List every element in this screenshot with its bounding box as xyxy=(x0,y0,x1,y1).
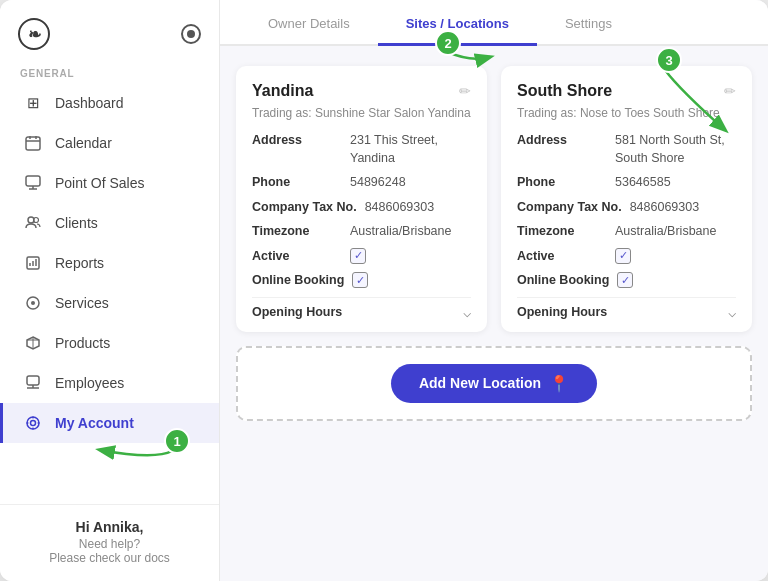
yandina-phone-label: Phone xyxy=(252,174,342,192)
yandina-active-check: ✓ xyxy=(354,250,363,261)
yandina-timezone-value: Australia/Brisbane xyxy=(350,223,451,241)
south-shore-active-label: Active xyxy=(517,248,607,266)
south-shore-opening-hours-label: Opening Hours xyxy=(517,305,607,319)
sidebar-item-label: Calendar xyxy=(55,135,112,151)
yandina-booking-row: Online Booking ✓ xyxy=(252,272,471,290)
products-icon xyxy=(23,333,43,353)
south-shore-phone-value: 53646585 xyxy=(615,174,671,192)
yandina-timezone-row: Timezone Australia/Brisbane xyxy=(252,223,471,241)
south-shore-timezone-value: Australia/Brisbane xyxy=(615,223,716,241)
sidebar-item-employees[interactable]: Employees xyxy=(0,363,219,403)
tab-owner-details[interactable]: Owner Details xyxy=(240,0,378,46)
sidebar-logo: ❧ xyxy=(18,18,50,50)
dashboard-icon: ⊞ xyxy=(23,93,43,113)
south-shore-tax-value: 8486069303 xyxy=(630,199,700,217)
sidebar-item-label: Clients xyxy=(55,215,98,231)
sidebar-item-calendar[interactable]: Calendar xyxy=(0,123,219,163)
location-card-south-shore: South Shore ✏ Trading as: Nose to Toes S… xyxy=(501,66,752,332)
south-shore-title: South Shore xyxy=(517,82,612,100)
yandina-booking-check: ✓ xyxy=(356,275,365,286)
sidebar-item-dashboard[interactable]: ⊞ Dashboard xyxy=(0,83,219,123)
sidebar-footer: Hi Annika, Need help? Please check our d… xyxy=(0,504,219,581)
yandina-phone-value: 54896248 xyxy=(350,174,406,192)
south-shore-active-row: Active ✓ xyxy=(517,248,736,266)
footer-greeting: Hi Annika, xyxy=(20,519,199,535)
my-account-icon xyxy=(23,413,43,433)
pos-icon xyxy=(23,173,43,193)
annotation-badge-1: 1 xyxy=(164,428,190,454)
sidebar-item-services[interactable]: Services xyxy=(0,283,219,323)
svg-point-26 xyxy=(38,422,40,424)
yandina-edit-icon[interactable]: ✏ xyxy=(459,83,471,99)
south-shore-address-value: 581 North South St, South Shore xyxy=(615,132,736,167)
svg-point-25 xyxy=(27,422,29,424)
south-shore-subtitle: Trading as: Nose to Toes South Shore xyxy=(517,106,736,120)
svg-rect-0 xyxy=(26,137,40,150)
svg-rect-4 xyxy=(26,176,40,186)
svg-point-22 xyxy=(31,421,36,426)
reports-icon xyxy=(23,253,43,273)
tabs-bar: Owner Details Sites / Locations Settings xyxy=(220,0,768,46)
services-icon xyxy=(23,293,43,313)
tab-settings[interactable]: Settings xyxy=(537,0,640,46)
add-location-label: Add New Location xyxy=(419,375,541,391)
yandina-card-header: Yandina ✏ xyxy=(252,82,471,100)
south-shore-opening-hours[interactable]: Opening Hours ⌵ xyxy=(517,297,736,320)
yandina-booking-checkbox[interactable]: ✓ xyxy=(352,272,368,288)
add-new-location-button[interactable]: Add New Location 📍 xyxy=(391,364,597,403)
annotation-badge-3: 3 xyxy=(656,47,682,73)
svg-point-21 xyxy=(27,417,39,429)
yandina-address-label: Address xyxy=(252,132,342,167)
south-shore-chevron-icon: ⌵ xyxy=(728,304,736,320)
svg-point-14 xyxy=(31,301,35,305)
sidebar-item-reports[interactable]: Reports xyxy=(0,243,219,283)
yandina-address-value: 231 This Street, Yandina xyxy=(350,132,471,167)
svg-rect-18 xyxy=(27,376,39,385)
sidebar-item-products[interactable]: Products xyxy=(0,323,219,363)
sidebar-item-point-of-sales[interactable]: Point Of Sales xyxy=(0,163,219,203)
south-shore-active-check: ✓ xyxy=(619,250,628,261)
pin-icon: 📍 xyxy=(549,374,569,393)
main-content: Owner Details Sites / Locations Settings… xyxy=(220,0,768,581)
employees-icon xyxy=(23,373,43,393)
south-shore-phone-label: Phone xyxy=(517,174,607,192)
cards-row: Yandina ✏ Trading as: Sunshine Star Salo… xyxy=(236,66,752,332)
sidebar-radio[interactable] xyxy=(181,24,201,44)
footer-help: Need help? xyxy=(20,537,199,551)
south-shore-booking-check: ✓ xyxy=(621,275,630,286)
annotation-badge-2: 2 xyxy=(435,30,461,56)
yandina-chevron-icon: ⌵ xyxy=(463,304,471,320)
yandina-active-label: Active xyxy=(252,248,342,266)
sidebar-item-label: Employees xyxy=(55,375,124,391)
svg-point-23 xyxy=(32,417,34,419)
yandina-phone-row: Phone 54896248 xyxy=(252,174,471,192)
yandina-subtitle: Trading as: Sunshine Star Salon Yandina xyxy=(252,106,471,120)
sidebar-item-clients[interactable]: Clients xyxy=(0,203,219,243)
sidebar: ❧ GENERAL ⊞ Dashboard xyxy=(0,0,220,581)
sidebar-item-label: Point Of Sales xyxy=(55,175,145,191)
sidebar-item-label: My Account xyxy=(55,415,134,431)
yandina-active-row: Active ✓ xyxy=(252,248,471,266)
south-shore-address-label: Address xyxy=(517,132,607,167)
sidebar-item-label: Services xyxy=(55,295,109,311)
svg-point-24 xyxy=(32,428,34,430)
yandina-tax-value: 8486069303 xyxy=(365,199,435,217)
south-shore-edit-icon[interactable]: ✏ xyxy=(724,83,736,99)
yandina-booking-label: Online Booking xyxy=(252,272,344,290)
south-shore-booking-checkbox[interactable]: ✓ xyxy=(617,272,633,288)
sidebar-radio-inner xyxy=(187,30,195,38)
south-shore-timezone-label: Timezone xyxy=(517,223,607,241)
sidebar-item-label: Reports xyxy=(55,255,104,271)
footer-docs: Please check our docs xyxy=(20,551,199,565)
yandina-opening-hours[interactable]: Opening Hours ⌵ xyxy=(252,297,471,320)
south-shore-booking-row: Online Booking ✓ xyxy=(517,272,736,290)
south-shore-tax-label: Company Tax No. xyxy=(517,199,622,217)
sidebar-section-label: GENERAL xyxy=(0,60,219,83)
yandina-active-checkbox[interactable]: ✓ xyxy=(350,248,366,264)
app-window: ❧ GENERAL ⊞ Dashboard xyxy=(0,0,768,581)
yandina-timezone-label: Timezone xyxy=(252,223,342,241)
yandina-opening-hours-label: Opening Hours xyxy=(252,305,342,319)
sidebar-item-label: Products xyxy=(55,335,110,351)
south-shore-active-checkbox[interactable]: ✓ xyxy=(615,248,631,264)
yandina-title: Yandina xyxy=(252,82,313,100)
